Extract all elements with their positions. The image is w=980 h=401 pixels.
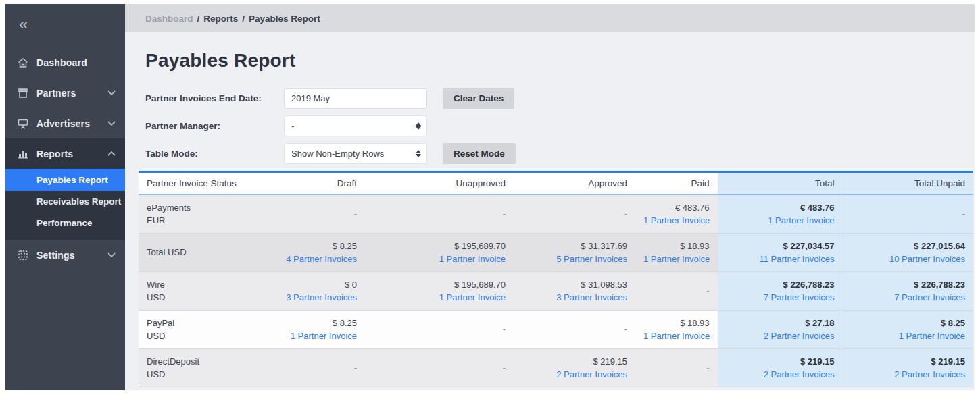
amount-value: $ 27.18 (727, 317, 835, 329)
sidebar-item-advertisers[interactable]: Advertisers (5, 108, 125, 138)
column-header-paid: Paid (635, 172, 718, 194)
cell-total-unpaid: $ 226,788.237 Partner Invoices (843, 271, 973, 310)
partner-invoices-link[interactable]: 3 Partner Invoices (522, 291, 627, 304)
partner-invoices-link[interactable]: 5 Partner Invoices (522, 252, 627, 265)
empty-value-dash: - (706, 363, 709, 373)
partner-invoices-link[interactable]: 1 Partner Invoice (727, 214, 835, 227)
billboard-icon (16, 117, 29, 130)
clear-dates-button[interactable]: Clear Dates (443, 88, 514, 109)
amount-value: $ 219.15 (522, 355, 627, 368)
partner-invoices-link[interactable]: 10 Partner Invoices (852, 252, 966, 265)
row-status-cell: DirectDepositUSD (139, 348, 274, 387)
amount-value: $ 18.93 (643, 317, 710, 329)
table-mode-select[interactable]: Show Non-Empty Rows (284, 143, 427, 164)
filter-row-table-mode: Table Mode: Show Non-Empty Rows Reset Mo… (145, 143, 973, 164)
amount-value: $ 31,098.53 (522, 278, 627, 291)
partner-invoices-link[interactable]: 2 Partner Invoices (852, 368, 966, 381)
partner-invoices-link[interactable]: 1 Partner Invoice (852, 329, 966, 342)
table-row-epayments: ePaymentsEUR---€ 483.761 Partner Invoice… (139, 194, 973, 234)
partner-invoices-link[interactable]: 1 Partner Invoice (643, 214, 710, 227)
stepper-icon (416, 150, 421, 157)
cell-approved: - (514, 194, 635, 234)
column-header-draft: Draft (274, 172, 365, 194)
sidebar-subitem-payables-report[interactable]: Payables Report (5, 169, 125, 191)
partner-invoices-link[interactable]: 2 Partner Invoices (727, 368, 835, 381)
column-header-approved: Approved (514, 172, 635, 194)
chevron-up-icon (107, 151, 116, 156)
row-name: DirectDeposit (147, 355, 266, 368)
partner-manager-select[interactable]: - (284, 115, 427, 136)
row-currency: USD (147, 291, 266, 304)
app-window: « DashboardPartnersAdvertisersReportsPay… (5, 4, 975, 390)
home-icon (16, 56, 29, 69)
end-date-label: Partner Invoices End Date: (145, 93, 284, 103)
column-header-total: Total (718, 172, 843, 194)
breadcrumb-item-dashboard[interactable]: Dashboard (145, 14, 193, 24)
sidebar-collapse-button[interactable]: « (19, 18, 36, 31)
breadcrumb-item-reports[interactable]: Reports (203, 14, 238, 24)
table-header-row: Partner Invoice StatusDraftUnapprovedApp… (139, 172, 973, 194)
cell-approved: - (514, 310, 635, 348)
empty-value-dash: - (624, 324, 627, 334)
cell-paid: € 483.761 Partner Invoice (635, 194, 718, 234)
content: Payables Report Partner Invoices End Dat… (125, 32, 975, 387)
grid-icon (16, 248, 29, 261)
stepper-icon (416, 122, 421, 130)
filter-row-end-date: Partner Invoices End Date: Clear Dates (145, 88, 973, 109)
partner-manager-value: - (291, 121, 416, 131)
row-currency: USD (147, 368, 266, 381)
partner-invoices-link[interactable]: 1 Partner Invoice (373, 291, 506, 304)
chevron-down-icon (107, 90, 116, 95)
sidebar-item-dashboard[interactable]: Dashboard (5, 47, 125, 78)
cell-paid: $ 18.931 Partner Invoice (635, 310, 718, 348)
sidebar-item-reports[interactable]: Reports (5, 138, 125, 169)
sidebar-item-settings[interactable]: Settings (5, 240, 125, 270)
table-row-directdeposit: DirectDepositUSD--$ 219.152 Partner Invo… (139, 348, 973, 387)
amount-value: € 483.76 (643, 201, 710, 214)
sidebar: « DashboardPartnersAdvertisersReportsPay… (5, 4, 125, 390)
row-currency: USD (147, 329, 266, 342)
reset-mode-button[interactable]: Reset Mode (443, 143, 516, 164)
cell-unapproved: $ 195,689.701 Partner Invoice (365, 233, 514, 271)
cell-total: $ 219.152 Partner Invoices (718, 348, 843, 387)
amount-value: $ 0 (282, 278, 357, 291)
sidebar-item-partners[interactable]: Partners (5, 78, 125, 108)
amount-value: $ 31,317.69 (522, 240, 627, 252)
partner-invoices-link[interactable]: 2 Partner Invoices (727, 329, 835, 342)
cell-unapproved: $ 195,689.701 Partner Invoice (365, 271, 514, 310)
table-row-paypal: PayPalUSD$ 8.251 Partner Invoice--$ 18.9… (139, 310, 973, 348)
sidebar-item-label: Settings (36, 250, 107, 261)
partner-invoices-link[interactable]: 7 Partner Invoices (727, 291, 835, 304)
amount-value: $ 8.25 (282, 240, 357, 252)
amount-value: $ 226,788.23 (727, 278, 835, 291)
partner-invoices-link[interactable]: 1 Partner Invoice (373, 252, 506, 265)
cell-unapproved: - (365, 194, 514, 234)
empty-value-dash: - (962, 209, 965, 219)
cell-draft: $ 8.251 Partner Invoice (274, 310, 365, 348)
row-status-cell: PayPalUSD (139, 310, 274, 348)
end-date-input[interactable] (284, 88, 427, 109)
sidebar-subitem-performance[interactable]: Performance (5, 213, 125, 234)
payables-table: Partner Invoice StatusDraftUnapprovedApp… (139, 171, 973, 387)
cell-paid: - (635, 271, 718, 310)
partner-invoices-link[interactable]: 1 Partner Invoice (282, 329, 357, 342)
cell-total-unpaid: $ 8.251 Partner Invoice (843, 310, 973, 348)
partner-invoices-link[interactable]: 7 Partner Invoices (852, 291, 966, 304)
partner-invoices-link[interactable]: 3 Partner Invoices (282, 291, 357, 304)
partner-invoices-link[interactable]: 1 Partner Invoice (643, 252, 710, 265)
cell-approved: $ 31,317.695 Partner Invoices (514, 233, 635, 271)
sidebar-subitem-receivables-report[interactable]: Receivables Report (5, 191, 125, 213)
cell-total: $ 27.182 Partner Invoices (718, 310, 843, 348)
partner-invoices-link[interactable]: 4 Partner Invoices (282, 252, 357, 265)
sidebar-item-label: Advertisers (36, 118, 107, 129)
cell-total-unpaid: $ 219.152 Partner Invoices (843, 348, 973, 387)
partner-manager-label: Partner Manager: (145, 121, 284, 131)
empty-value-dash: - (503, 324, 506, 334)
cell-paid: $ 18.931 Partner Invoice (635, 233, 718, 271)
row-name: Wire (147, 278, 266, 291)
sidebar-section-reports: ReportsPayables ReportReceivables Report… (5, 138, 125, 240)
partner-invoices-link[interactable]: 2 Partner Invoices (522, 368, 627, 381)
amount-value: $ 8.25 (852, 317, 966, 329)
partner-invoices-link[interactable]: 1 Partner Invoice (643, 329, 710, 342)
partner-invoices-link[interactable]: 11 Partner Invoices (727, 252, 835, 265)
